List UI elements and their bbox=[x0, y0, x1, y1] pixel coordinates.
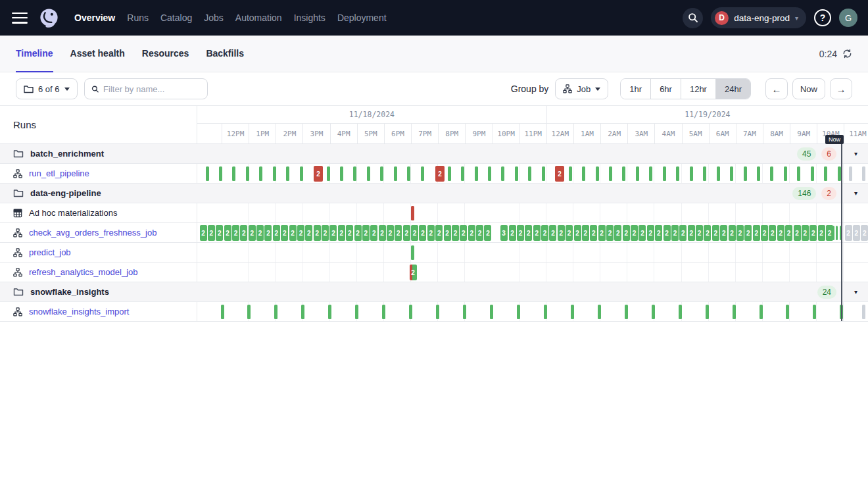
run-batch-mark[interactable]: 2 bbox=[582, 225, 589, 241]
run-batch-mark[interactable]: 2 bbox=[802, 225, 809, 241]
run-tick-mark[interactable] bbox=[394, 166, 397, 181]
run-tick-mark[interactable] bbox=[463, 305, 466, 319]
run-batch-mark[interactable]: 2 bbox=[736, 225, 744, 241]
tab-asset-health[interactable]: Asset health bbox=[70, 36, 125, 72]
run-tick-mark[interactable] bbox=[824, 166, 827, 181]
run-tick-mark[interactable] bbox=[703, 166, 706, 181]
run-tick-mark[interactable] bbox=[219, 166, 222, 181]
run-batch-mark[interactable]: 2 bbox=[533, 225, 541, 241]
run-batch-mark[interactable]: 2 bbox=[240, 225, 247, 241]
run-tick-mark[interactable] bbox=[328, 305, 331, 319]
run-tick-mark[interactable] bbox=[786, 305, 789, 319]
run-batch-mark[interactable]: 2 bbox=[655, 225, 662, 241]
run-tick-mark[interactable] bbox=[733, 305, 736, 319]
run-batch-mark[interactable]: 2 bbox=[208, 225, 215, 241]
run-batch-mark[interactable]: 2 bbox=[314, 225, 321, 241]
run-tick-mark[interactable] bbox=[706, 305, 709, 319]
run-batch-mark[interactable]: 2 bbox=[410, 265, 417, 280]
run-tick-mark[interactable] bbox=[221, 305, 224, 319]
run-batch-mark[interactable]: 2 bbox=[403, 225, 410, 241]
run-batch-mark[interactable]: 2 bbox=[631, 225, 638, 241]
run-batch-mark[interactable]: 2 bbox=[338, 225, 345, 241]
run-batch-mark[interactable]: 2 bbox=[200, 225, 207, 241]
run-tick-mark[interactable] bbox=[730, 166, 733, 181]
run-batch-mark[interactable]: 2 bbox=[606, 225, 614, 241]
run-batch-mark[interactable]: 2 bbox=[753, 225, 760, 241]
run-tick-mark[interactable] bbox=[836, 226, 838, 240]
run-batch-mark[interactable]: 2 bbox=[354, 225, 362, 241]
nav-item-automation[interactable]: Automation bbox=[235, 13, 282, 23]
run-tick-mark[interactable] bbox=[300, 166, 303, 181]
run-tick-mark[interactable] bbox=[409, 305, 412, 319]
run-tick-mark[interactable] bbox=[582, 166, 585, 181]
run-tick-mark[interactable] bbox=[571, 305, 574, 319]
run-tick-mark[interactable] bbox=[757, 166, 760, 181]
run-tick-mark[interactable] bbox=[273, 166, 276, 181]
collapse-caret-icon[interactable]: ▾ bbox=[854, 144, 857, 163]
run-tick-mark[interactable] bbox=[813, 305, 816, 319]
run-tick-mark[interactable] bbox=[770, 166, 773, 181]
dagster-logo-icon[interactable] bbox=[38, 7, 60, 29]
tab-backfills[interactable]: Backfills bbox=[206, 36, 244, 72]
run-batch-mark[interactable]: 2 bbox=[744, 225, 752, 241]
run-tick-mark[interactable] bbox=[380, 166, 383, 181]
run-tick-mark[interactable] bbox=[436, 305, 439, 319]
run-batch-mark[interactable]: 2 bbox=[427, 225, 435, 241]
nav-item-jobs[interactable]: Jobs bbox=[204, 13, 224, 23]
job-name[interactable]: check_avg_orders_freshness_job bbox=[29, 228, 157, 238]
run-batch-mark[interactable]: 2 bbox=[623, 225, 630, 241]
run-tick-mark[interactable] bbox=[811, 166, 814, 181]
run-tick-mark[interactable] bbox=[609, 166, 612, 181]
run-batch-mark[interactable]: 2 bbox=[216, 225, 223, 241]
run-tick-mark[interactable] bbox=[475, 166, 478, 181]
now-button[interactable]: Now bbox=[792, 78, 825, 99]
run-tick-mark[interactable] bbox=[274, 305, 277, 319]
run-tick-mark[interactable] bbox=[411, 245, 414, 260]
scope-dropdown[interactable]: 6 of 6 bbox=[16, 78, 78, 99]
run-tick-mark[interactable] bbox=[232, 166, 235, 181]
range-24hr[interactable]: 24hr bbox=[715, 79, 750, 99]
run-batch-mark[interactable]: 2 bbox=[249, 225, 256, 241]
run-batch-mark[interactable]: 2 bbox=[809, 225, 817, 241]
run-batch-mark[interactable]: 2 bbox=[647, 225, 654, 241]
tab-timeline[interactable]: Timeline bbox=[16, 36, 53, 72]
run-tick-mark[interactable] bbox=[367, 166, 370, 181]
run-batch-mark[interactable]: 2 bbox=[777, 225, 784, 241]
run-tick-mark[interactable] bbox=[544, 305, 547, 319]
run-batch-mark[interactable]: 2 bbox=[663, 225, 671, 241]
run-batch-mark[interactable]: 2 bbox=[273, 225, 280, 241]
run-batch-mark[interactable]: 2 bbox=[785, 225, 792, 241]
job-name[interactable]: predict_job bbox=[29, 247, 71, 257]
range-12hr[interactable]: 12hr bbox=[681, 79, 715, 99]
run-batch-mark[interactable]: 2 bbox=[853, 225, 860, 241]
run-batch-mark[interactable]: 2 bbox=[232, 225, 239, 241]
run-tick-mark[interactable] bbox=[490, 305, 493, 319]
run-batch-mark[interactable]: 2 bbox=[845, 225, 852, 241]
run-tick-mark[interactable] bbox=[679, 305, 682, 319]
run-batch-mark[interactable]: 2 bbox=[460, 225, 467, 241]
range-6hr[interactable]: 6hr bbox=[650, 79, 681, 99]
run-batch-mark[interactable]: 2 bbox=[769, 225, 776, 241]
run-batch-mark[interactable]: 2 bbox=[541, 225, 548, 241]
run-tick-mark[interactable] bbox=[353, 166, 356, 181]
run-batch-mark[interactable]: 2 bbox=[517, 225, 524, 241]
run-tick-mark[interactable] bbox=[542, 166, 545, 181]
run-tick-mark[interactable] bbox=[286, 166, 289, 181]
menu-icon[interactable] bbox=[12, 13, 28, 24]
job-name[interactable]: refresh_analytics_model_job bbox=[29, 267, 137, 277]
run-batch-mark[interactable]: 2 bbox=[712, 225, 719, 241]
run-tick-mark[interactable] bbox=[517, 305, 520, 319]
run-batch-mark[interactable]: 2 bbox=[729, 225, 736, 241]
run-tick-mark[interactable] bbox=[797, 166, 800, 181]
run-batch-mark[interactable]: 2 bbox=[281, 225, 288, 241]
run-tick-mark[interactable] bbox=[663, 166, 666, 181]
run-tick-mark[interactable] bbox=[649, 166, 652, 181]
run-batch-mark[interactable]: 3 bbox=[500, 225, 508, 241]
run-batch-mark[interactable]: 2 bbox=[305, 225, 312, 241]
run-batch-mark[interactable]: 2 bbox=[720, 225, 727, 241]
run-tick-mark[interactable] bbox=[247, 305, 251, 319]
run-tick-mark[interactable] bbox=[717, 166, 720, 181]
nav-item-overview[interactable]: Overview bbox=[74, 13, 115, 23]
nav-item-runs[interactable]: Runs bbox=[127, 13, 149, 23]
run-tick-mark[interactable] bbox=[622, 166, 625, 181]
